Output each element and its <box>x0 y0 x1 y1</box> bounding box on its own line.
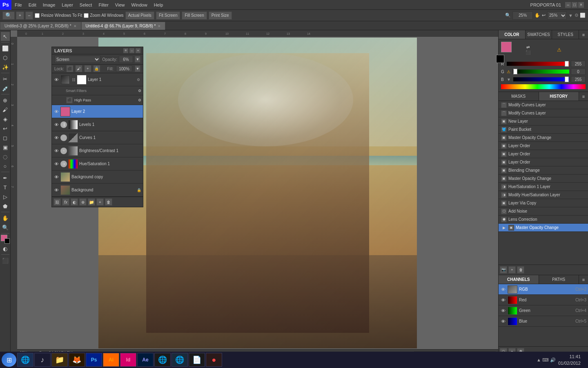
taskbar-app-doc[interactable]: 📄 <box>189 353 205 367</box>
history-item-1[interactable]: ⌒ Modify Curves Layer <box>499 109 588 117</box>
tool-shape[interactable]: ⬟ <box>1 202 10 211</box>
taskbar-app-folder[interactable]: 📁 <box>51 353 68 367</box>
layer-item-levels1[interactable]: 👁 ▐ Levels 1 <box>52 118 143 131</box>
color-spectrum-bar[interactable] <box>501 84 586 89</box>
history-panel-menu[interactable]: ≡ <box>579 92 588 101</box>
layer-item-background[interactable]: 👁 Background 🔒 <box>52 184 143 197</box>
taskbar-app-music[interactable]: ♪ <box>34 353 51 367</box>
tool-path-select[interactable]: ▷ <box>1 192 10 201</box>
resize-windows-checkbox[interactable] <box>35 13 40 18</box>
hue1-eye[interactable]: 👁 <box>53 161 59 167</box>
channel-item-red[interactable]: 👁 Red Ctrl+3 <box>499 295 588 305</box>
zoom-dropdown[interactable]: 25%50%100% <box>547 11 567 20</box>
lock-position-btn[interactable]: + <box>85 65 91 72</box>
win-minimize[interactable]: – <box>565 2 571 8</box>
tool-text[interactable]: T <box>1 183 10 192</box>
zoom-in-btn[interactable]: + <box>16 11 24 20</box>
channels-panel-menu[interactable]: ≡ <box>579 275 588 284</box>
fg-bg-colors[interactable] <box>1 235 10 244</box>
history-item-5[interactable]: ▣ Layer Order <box>499 142 588 150</box>
fg-color-swatch[interactable] <box>501 42 512 52</box>
g-slider[interactable] <box>513 70 569 74</box>
taskbar-app-misc[interactable]: ● <box>206 353 222 367</box>
tab-masks[interactable]: MASKS <box>499 92 539 101</box>
taskbar-app-browser[interactable]: 🌐 <box>17 353 33 367</box>
history-item-13[interactable]: ⬡ Add Noise <box>499 207 588 215</box>
layer-item-layer2[interactable]: 👁 Layer 2 <box>52 105 143 118</box>
bg-eye[interactable]: 👁 <box>53 187 59 193</box>
history-item-12[interactable]: ▣ Layer Via Copy <box>499 199 588 207</box>
default-colors-btn[interactable]: ⬛ <box>526 50 530 55</box>
print-size-btn[interactable]: Print Size <box>209 11 232 20</box>
b-slider[interactable] <box>513 77 569 81</box>
layer-fx-btn[interactable]: fx <box>62 198 69 206</box>
brightness1-eye[interactable]: 👁 <box>53 148 59 154</box>
menu-file[interactable]: File <box>11 1 25 9</box>
win-restore[interactable]: □ <box>572 2 577 8</box>
taskbar-app-ae[interactable]: Ae <box>137 353 154 367</box>
menu-view[interactable]: View <box>112 1 128 9</box>
opacity-input[interactable] <box>119 56 133 63</box>
fill-screen-btn[interactable]: Fill Screen <box>182 11 207 20</box>
tool-quick-mask[interactable]: ◐ <box>1 244 10 253</box>
opacity-arrow[interactable]: ▼ <box>135 56 140 63</box>
actual-pixels-btn[interactable]: Actual Pixels <box>125 11 154 20</box>
tool-lasso[interactable]: ⬡ <box>1 53 10 62</box>
menu-select[interactable]: Select <box>76 1 96 9</box>
menu-help[interactable]: Help <box>151 1 167 9</box>
high-pass-item[interactable]: ⬛ High Pass ⚙ <box>52 95 143 105</box>
history-item-0[interactable]: ⌒ Modify Curves Layer <box>499 101 588 109</box>
fit-screen-btn[interactable]: Fit Screen <box>156 11 180 20</box>
history-item-9[interactable]: ▣ Master Opacity Change <box>499 175 588 183</box>
tool-history-brush[interactable]: ↩ <box>1 124 10 133</box>
tab-untitled3[interactable]: Untitled-3 @ 25% (Layer 2, RGB/8) * ✕ <box>0 22 81 30</box>
g-value-input[interactable] <box>571 68 586 75</box>
layer-new-btn[interactable]: + <box>96 198 104 206</box>
tab-untitled4[interactable]: Untitled-4 @ 66.7% (Layer 9, RGB/8) * ✕ <box>81 22 166 30</box>
tool-rect-select[interactable]: ⬜ <box>1 44 10 53</box>
tool-dodge[interactable]: ○ <box>1 162 10 171</box>
layer-group-btn[interactable]: 📁 <box>88 198 95 206</box>
layer-adj-btn[interactable]: ⊕ <box>79 198 87 206</box>
layer-item-bg-copy[interactable]: 👁 Background copy <box>52 171 143 184</box>
curves1-eye[interactable]: 👁 <box>53 135 59 141</box>
menu-image[interactable]: Image <box>40 1 59 9</box>
layer-del-btn[interactable]: 🗑 <box>105 198 112 206</box>
fill-input[interactable] <box>116 65 132 72</box>
layer-item-hue1[interactable]: 👁 ◑ Hue/Saturation 1 <box>52 157 143 171</box>
lock-pixels-btn[interactable]: ⬛ <box>67 65 73 72</box>
layer-item-curves1[interactable]: 👁 ⌒ Curves 1 <box>52 131 143 144</box>
taskbar-start-btn[interactable]: ⊞ <box>2 353 16 367</box>
layer-mask-btn[interactable]: ◐ <box>71 198 78 206</box>
tool-eraser[interactable]: ◻ <box>1 133 10 142</box>
tab-close-1[interactable]: ✕ <box>74 24 77 28</box>
lock-image-btn[interactable]: 🖌 <box>76 65 82 72</box>
tab-swatches[interactable]: SWATCHES <box>526 30 552 39</box>
b-value-input[interactable] <box>571 76 586 83</box>
menu-window[interactable]: Window <box>128 1 151 9</box>
tab-history[interactable]: HISTORY <box>539 92 579 101</box>
color-panel-menu[interactable]: ≡ <box>579 30 588 39</box>
channel-item-green[interactable]: 👁 Green Ctrl+4 <box>499 305 588 316</box>
zoom-out-btn[interactable]: – <box>25 11 33 20</box>
tool-hand[interactable]: ✋ <box>1 213 10 222</box>
fill-arrow[interactable]: ▼ <box>135 65 140 72</box>
tool-crop[interactable]: ✂ <box>1 74 10 83</box>
channel-green-eye[interactable]: 👁 <box>500 308 506 314</box>
history-item-15[interactable]: ▶ ▣ Master Opacity Change <box>499 224 588 232</box>
layers-panel-header[interactable]: LAYERS ≡ – × <box>52 47 143 54</box>
levels1-eye[interactable]: 👁 <box>53 122 59 128</box>
history-snapshot-btn[interactable]: 📷 <box>500 266 507 274</box>
tool-heal[interactable]: ⊕ <box>1 96 10 105</box>
menu-edit[interactable]: Edit <box>25 1 40 9</box>
lock-all-btn[interactable]: 🔒 <box>94 65 100 72</box>
tool-move[interactable]: ↖ <box>1 32 10 41</box>
zoom-all-checkbox[interactable] <box>84 13 89 18</box>
layer-link-btn[interactable]: ⛓ <box>53 198 61 206</box>
bg-color-swatch[interactable] <box>496 55 504 63</box>
smart-filters-settings[interactable]: ⚙ <box>138 89 141 93</box>
tool-screen-mode[interactable]: ⬛ <box>1 256 10 265</box>
zoom-input[interactable] <box>512 11 533 20</box>
menu-layer[interactable]: Layer <box>58 1 76 9</box>
tool-zoom[interactable]: 🔍 <box>1 223 10 232</box>
